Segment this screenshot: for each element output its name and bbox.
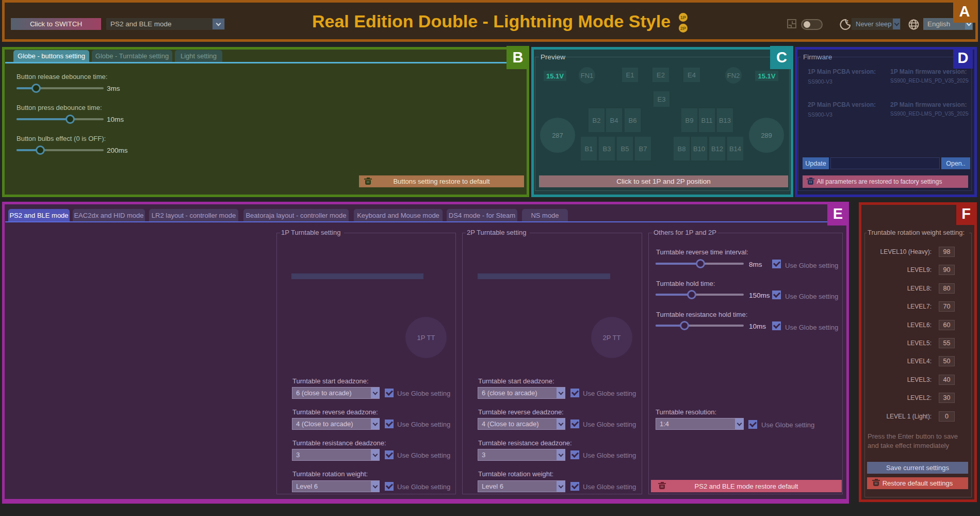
svg-text:z: z bbox=[846, 19, 848, 24]
